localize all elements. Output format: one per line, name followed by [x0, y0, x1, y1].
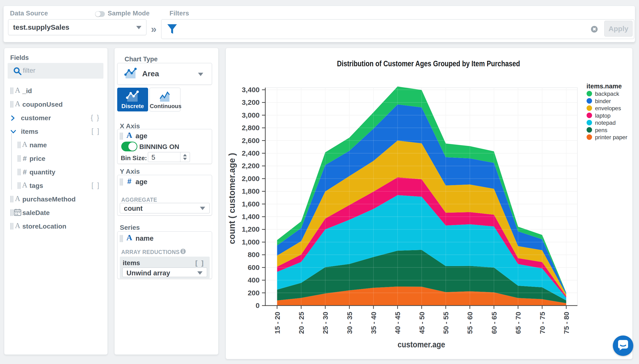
chevron-down-icon — [200, 207, 205, 210]
legend-swatch-envelopes — [587, 106, 592, 111]
y-axis-title: Y Axis — [120, 168, 140, 175]
bin-size-value: 5 — [151, 154, 155, 161]
chevron-right-icon[interactable] — [10, 115, 16, 121]
field-name: price — [30, 155, 46, 162]
string-type-icon: A — [21, 181, 29, 189]
info-icon[interactable] — [180, 248, 186, 254]
toggle-knob — [95, 12, 101, 17]
chart-type-select[interactable]: Area — [117, 63, 212, 85]
array-reduction-box: items [ ] Unwind array — [120, 256, 210, 278]
drag-handle-icon[interactable] — [10, 101, 13, 108]
bin-size-input[interactable]: 5 — [148, 152, 190, 162]
stacked-area-chart: 02004006008001,0001,2001,4001,6001,8002,… — [226, 48, 632, 359]
continuous-button[interactable]: Continuous — [150, 88, 180, 112]
filter-input[interactable]: ✖ Apply — [161, 19, 634, 39]
y-tick-label: 1,200 — [242, 225, 260, 233]
field-row-purchaseMethod[interactable]: ApurchaseMethod — [4, 192, 108, 206]
y-tick-label: 0 — [256, 302, 260, 309]
legend-swatch-pens — [587, 127, 592, 132]
y-tick-label: 2,200 — [242, 162, 260, 170]
bin-size-label: Bin Size: — [121, 154, 147, 162]
legend-label: binder — [595, 98, 611, 104]
field-row-customer[interactable]: customer{ } — [4, 111, 108, 125]
sample-mode-toggle[interactable] — [95, 11, 105, 17]
clear-filter-button[interactable]: ✖ — [591, 26, 598, 32]
legend-swatch-laptop — [587, 112, 592, 118]
array-reductions-label: ARRAY REDUCTIONS — [121, 249, 180, 256]
y-tick-label: 2,800 — [242, 124, 260, 132]
x-tick-label: 55 - 60 — [466, 312, 474, 334]
x-tick-label: 75 - 80 — [562, 312, 570, 334]
x-axis-card: A age BINNING ON Bin Size: 5 — [117, 129, 212, 164]
y-tick-label: 2,400 — [242, 149, 260, 157]
aggregate-value: count — [124, 204, 143, 212]
drag-handle-icon[interactable] — [10, 209, 13, 216]
stepper-down-icon — [183, 158, 187, 160]
field-search-input[interactable]: filter — [8, 63, 103, 79]
data-source-select[interactable]: test.supplySales — [8, 19, 147, 35]
number-type-icon: # — [21, 154, 29, 162]
field-name: storeLocation — [22, 223, 66, 230]
data-source-label: Data Source — [10, 10, 48, 17]
field-row-storeLocation[interactable]: AstoreLocation — [4, 220, 108, 233]
x-axis-field: age — [136, 132, 147, 140]
y-tick-label: 200 — [248, 289, 260, 297]
string-type-icon: A — [13, 222, 22, 230]
drag-handle-icon[interactable] — [120, 178, 123, 186]
field-name: couponUsed — [22, 101, 63, 108]
drag-handle-icon[interactable] — [10, 196, 13, 202]
x-tick-label: 25 - 30 — [321, 312, 329, 334]
field-row-name[interactable]: Aname — [4, 138, 108, 152]
discrete-area-icon — [125, 90, 140, 103]
y-tick-label: 3,400 — [242, 86, 260, 94]
chevron-down-icon — [197, 271, 203, 275]
intercom-chat-button[interactable] — [613, 336, 633, 356]
field-name: quantity — [30, 168, 55, 176]
string-type-icon: A — [13, 86, 22, 94]
string-type-icon: A — [13, 194, 22, 203]
drag-handle-icon[interactable] — [120, 132, 123, 140]
x-tick-label: 60 - 65 — [490, 312, 498, 334]
field-row-items[interactable]: items[ ] — [4, 125, 108, 138]
reduction-select[interactable]: Unwind array — [123, 268, 207, 277]
binning-label: BINNING ON — [139, 143, 179, 151]
y-tick-label: 2,000 — [242, 175, 260, 182]
field-search-placeholder: filter — [23, 67, 36, 74]
field-row-saleDate[interactable]: saleDate — [4, 206, 108, 220]
y-tick-label: 1,800 — [242, 187, 260, 195]
field-row-price[interactable]: #price — [4, 152, 108, 165]
chart-type-title: Chart Type — [125, 56, 158, 63]
x-tick-label: 65 - 70 — [514, 312, 522, 334]
collapse-chevrons-icon[interactable]: » — [151, 24, 156, 35]
aggregate-select[interactable]: count — [120, 203, 210, 213]
binning-toggle[interactable] — [121, 142, 137, 151]
legend-label: backpack — [595, 90, 619, 97]
drag-handle-icon[interactable] — [10, 223, 13, 230]
drag-handle-icon[interactable] — [10, 88, 13, 94]
array-field-label: items — [123, 259, 140, 267]
aggregate-label: AGGREGATE — [121, 197, 157, 203]
field-row-couponUsed[interactable]: AcouponUsed — [4, 98, 108, 111]
field-row-tags[interactable]: Atags[ ] — [4, 179, 108, 192]
number-type-icon: # — [125, 177, 134, 186]
apply-button[interactable]: Apply — [604, 21, 632, 36]
data-source-value: test.supplySales — [13, 23, 70, 31]
y-tick-label: 800 — [248, 251, 260, 258]
drag-handle-icon[interactable] — [120, 235, 123, 242]
series-card: A name ARRAY REDUCTIONS items [ ] Unwind… — [117, 232, 212, 279]
y-tick-label: 2,600 — [242, 136, 260, 144]
string-type-icon: A — [125, 233, 134, 242]
y-axis-field: age — [136, 178, 147, 186]
x-tick-label: 70 - 75 — [538, 312, 546, 334]
sample-mode-label: Sample Mode — [108, 10, 150, 17]
field-row-_id[interactable]: A_id — [4, 84, 108, 98]
search-icon — [13, 67, 22, 75]
discrete-button[interactable]: Discrete — [117, 88, 148, 112]
fields-title: Fields — [10, 54, 29, 62]
x-tick-label: 50 - 55 — [442, 312, 450, 334]
number-stepper[interactable] — [180, 152, 190, 162]
chart-preview-panel: 02004006008001,0001,2001,4001,6001,8002,… — [226, 48, 632, 359]
y-axis-label: count ( customer.age ) — [227, 153, 237, 244]
field-row-quantity[interactable]: #quantity — [4, 165, 108, 179]
reduction-value: Unwind array — [127, 269, 170, 277]
